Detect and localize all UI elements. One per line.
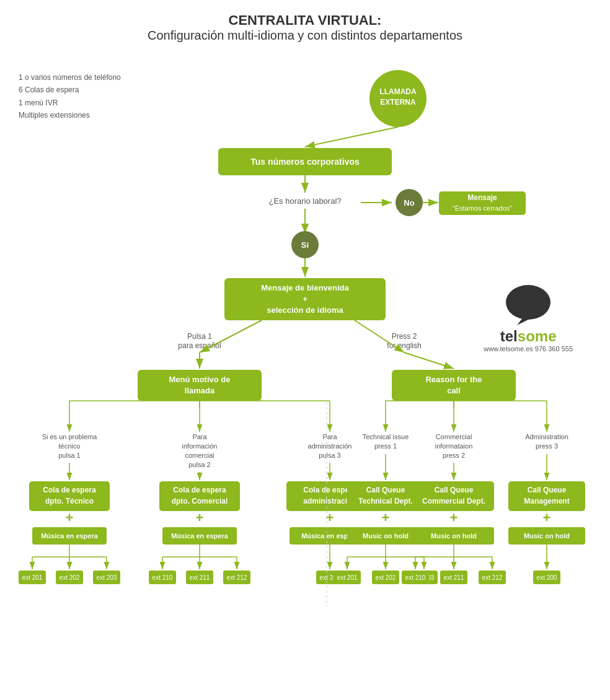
tech-issue-text1: Technical issue xyxy=(363,433,409,440)
ext212a-text: ext 212 xyxy=(227,574,247,581)
bienvenida-text2: + xyxy=(303,294,307,304)
arrow-press2-reason xyxy=(404,352,454,369)
menu-motivo-text1: Menú motivo de xyxy=(169,375,231,384)
admin-text1: Para xyxy=(322,433,337,440)
info-text: 1 o varios números de teléfono 6 Colas d… xyxy=(19,71,121,122)
info-com-text4: pulsa 2 xyxy=(188,461,210,468)
ext210b-text: ext 210 xyxy=(405,574,426,581)
info-com-text1: Para xyxy=(192,433,207,440)
pulsa1-label-line1: Pulsa 1 xyxy=(187,332,212,341)
llamada-externa-text1: LLAMADA xyxy=(379,87,417,96)
ext200b-text: ext 200 xyxy=(537,574,557,581)
pulsa1-label-line2: para español xyxy=(178,341,221,350)
info-line-2: 6 Colas de espera xyxy=(19,84,121,96)
info-line-3: 1 menú IVR xyxy=(19,97,121,109)
prob-tec-text1: Si es un problema xyxy=(42,433,98,440)
plus-mgmt-r: + xyxy=(543,510,551,525)
admin-text3: pulsa 3 xyxy=(319,452,340,459)
ext202-text: ext 202 xyxy=(60,574,80,581)
no-text: No xyxy=(404,198,414,208)
musica-tecnico-text: Música en espera xyxy=(41,532,99,540)
music-hold-tech-text: Music on hold xyxy=(363,532,409,540)
ext211a-text: ext 211 xyxy=(190,574,210,581)
ext202b-text: ext 202 xyxy=(376,574,396,581)
call-queue-mgmt-text1: Call Queue xyxy=(528,486,567,494)
info-com-text3: comercial xyxy=(185,452,214,459)
reason-call-text2: call xyxy=(447,386,461,395)
music-hold-comm-text: Music on hold xyxy=(431,532,477,540)
ext201-text: ext 201 xyxy=(22,574,43,581)
ext203-text: ext 203 xyxy=(97,574,117,581)
call-queue-tech-text2: Technical Dept. xyxy=(358,497,413,505)
plus-tecnico: + xyxy=(66,510,74,525)
comm-info-text2: informataion xyxy=(435,442,473,450)
cola-tecnico-text1: Cola de espera xyxy=(43,486,96,494)
speech-bubble-icon xyxy=(503,285,553,325)
cola-tecnico-text2: dpto. Técnico xyxy=(45,497,94,505)
ext211b-text: ext 211 xyxy=(444,574,464,581)
llamada-externa-text2: EXTERNA xyxy=(380,98,416,107)
plus-tech-r: + xyxy=(382,510,390,525)
music-hold-mgmt-text: Music on hold xyxy=(524,532,570,540)
press2-label-line1: Press 2 xyxy=(392,332,417,341)
call-queue-tech-text1: Call Queue xyxy=(366,486,405,494)
info-line-4: Multiples extensiones xyxy=(19,109,121,121)
mensaje-cerrado-text2: "Estamos cerrados" xyxy=(453,204,513,212)
call-queue-mgmt-text2: Management xyxy=(524,497,569,505)
call-queue-comm-text1: Call Queue xyxy=(435,486,474,494)
arrow-llamada-numeros xyxy=(305,127,398,147)
svg-marker-1 xyxy=(517,317,533,325)
admin-press-text1: Administration xyxy=(525,433,568,440)
comm-info-text1: Commercial xyxy=(436,433,472,440)
telsome-brand: telsome xyxy=(484,328,573,345)
admin-press-text2: press 3 xyxy=(536,442,558,450)
ext210a-text: ext 210 xyxy=(152,574,173,581)
main-title: CENTRALITA VIRTUAL: xyxy=(6,12,604,28)
telsome-url: www.telsome.es 976 360 555 xyxy=(484,345,573,352)
telsome-logo: telsome www.telsome.es 976 360 555 xyxy=(484,285,573,352)
numeros-corp-text: Tus números corporativos xyxy=(250,157,360,167)
cola-comercial-text2: dpto. Comercial xyxy=(172,497,228,505)
prob-tec-text3: pulsa 1 xyxy=(58,452,80,459)
comm-info-text3: press 2 xyxy=(443,452,465,459)
prob-tec-text2: técnico xyxy=(59,442,81,450)
bienvenida-text3: selección de idioma xyxy=(267,305,343,315)
cola-comercial-text1: Cola de espera xyxy=(173,486,226,494)
call-queue-comm-text2: Commercial Dept. xyxy=(422,497,485,505)
svg-point-0 xyxy=(506,285,550,320)
si-text: Sí xyxy=(301,240,309,250)
sub-title: Configuración multi-idioma y con distint… xyxy=(6,28,604,43)
telsome-suffix: some xyxy=(518,328,557,344)
plus-comm-r: + xyxy=(450,510,458,525)
ext212b-text: ext 212 xyxy=(482,574,503,581)
horario-label: ¿Es horario laboral? xyxy=(268,196,341,206)
title-section: CENTRALITA VIRTUAL: Configuración multi-… xyxy=(6,12,604,43)
menu-motivo-text2: llamada xyxy=(185,386,215,395)
tech-issue-text2: press 1 xyxy=(374,442,397,450)
ext201b-text: ext 201 xyxy=(337,574,358,581)
admin-text2: administración xyxy=(308,442,352,450)
plus-comercial: + xyxy=(196,510,204,525)
info-line-1: 1 o varios números de teléfono xyxy=(19,71,121,84)
flowchart-diagram: LLAMADA EXTERNA Tus números corporativos… xyxy=(7,49,603,668)
bienvenida-text1: Mensaje de bienvenida xyxy=(261,283,349,292)
musica-comercial-text: Música en espera xyxy=(171,532,229,540)
page-container: CENTRALITA VIRTUAL: Configuración multi-… xyxy=(0,0,610,700)
reason-call-text1: Reason for the xyxy=(425,375,482,384)
mensaje-cerrado-text1: Mensaje xyxy=(467,193,497,202)
press2-label-line2: for english xyxy=(387,341,421,350)
info-com-text2: información xyxy=(182,442,218,450)
